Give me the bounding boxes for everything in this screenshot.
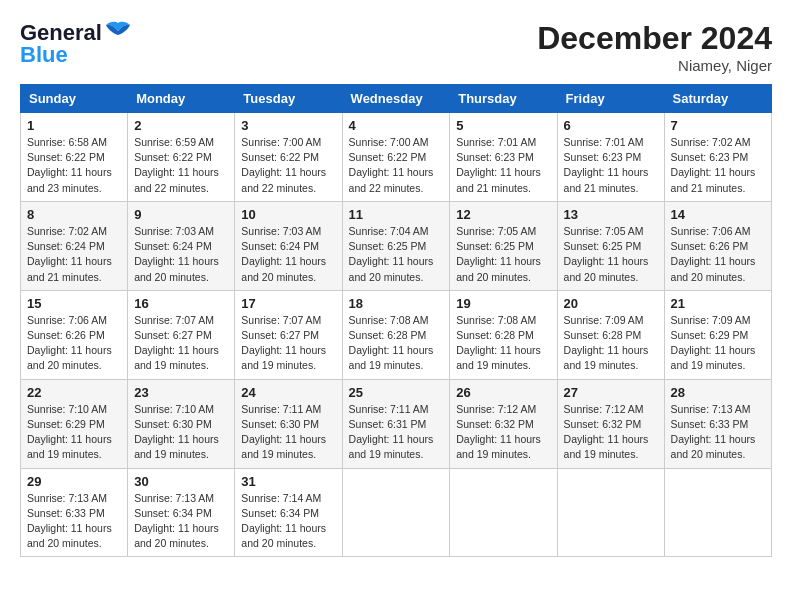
table-row: 6 Sunrise: 7:01 AMSunset: 6:23 PMDayligh… — [557, 113, 664, 202]
header-sunday: Sunday — [21, 85, 128, 113]
day-number: 21 — [671, 296, 765, 311]
day-info: Sunrise: 7:10 AMSunset: 6:29 PMDaylight:… — [27, 402, 121, 463]
day-info: Sunrise: 7:02 AMSunset: 6:24 PMDaylight:… — [27, 224, 121, 285]
day-info: Sunrise: 7:09 AMSunset: 6:29 PMDaylight:… — [671, 313, 765, 374]
day-info: Sunrise: 7:07 AMSunset: 6:27 PMDaylight:… — [241, 313, 335, 374]
logo: General Blue — [20, 20, 132, 68]
day-number: 6 — [564, 118, 658, 133]
day-number: 23 — [134, 385, 228, 400]
calendar-week-row: 8 Sunrise: 7:02 AMSunset: 6:24 PMDayligh… — [21, 201, 772, 290]
table-row: 21 Sunrise: 7:09 AMSunset: 6:29 PMDaylig… — [664, 290, 771, 379]
table-row — [342, 468, 450, 557]
table-row: 31 Sunrise: 7:14 AMSunset: 6:34 PMDaylig… — [235, 468, 342, 557]
day-number: 2 — [134, 118, 228, 133]
table-row: 27 Sunrise: 7:12 AMSunset: 6:32 PMDaylig… — [557, 379, 664, 468]
day-number: 22 — [27, 385, 121, 400]
table-row: 1 Sunrise: 6:58 AMSunset: 6:22 PMDayligh… — [21, 113, 128, 202]
table-row — [664, 468, 771, 557]
day-info: Sunrise: 7:04 AMSunset: 6:25 PMDaylight:… — [349, 224, 444, 285]
day-number: 4 — [349, 118, 444, 133]
day-number: 8 — [27, 207, 121, 222]
day-number: 7 — [671, 118, 765, 133]
day-info: Sunrise: 6:59 AMSunset: 6:22 PMDaylight:… — [134, 135, 228, 196]
day-number: 15 — [27, 296, 121, 311]
day-number: 10 — [241, 207, 335, 222]
day-info: Sunrise: 7:12 AMSunset: 6:32 PMDaylight:… — [456, 402, 550, 463]
day-number: 30 — [134, 474, 228, 489]
day-number: 14 — [671, 207, 765, 222]
table-row: 10 Sunrise: 7:03 AMSunset: 6:24 PMDaylig… — [235, 201, 342, 290]
header-saturday: Saturday — [664, 85, 771, 113]
table-row: 18 Sunrise: 7:08 AMSunset: 6:28 PMDaylig… — [342, 290, 450, 379]
table-row — [450, 468, 557, 557]
day-info: Sunrise: 7:03 AMSunset: 6:24 PMDaylight:… — [241, 224, 335, 285]
day-number: 9 — [134, 207, 228, 222]
day-info: Sunrise: 7:01 AMSunset: 6:23 PMDaylight:… — [456, 135, 550, 196]
header-monday: Monday — [128, 85, 235, 113]
day-number: 11 — [349, 207, 444, 222]
day-info: Sunrise: 7:08 AMSunset: 6:28 PMDaylight:… — [456, 313, 550, 374]
table-row: 4 Sunrise: 7:00 AMSunset: 6:22 PMDayligh… — [342, 113, 450, 202]
day-info: Sunrise: 7:07 AMSunset: 6:27 PMDaylight:… — [134, 313, 228, 374]
day-info: Sunrise: 7:06 AMSunset: 6:26 PMDaylight:… — [27, 313, 121, 374]
calendar-week-row: 15 Sunrise: 7:06 AMSunset: 6:26 PMDaylig… — [21, 290, 772, 379]
day-number: 3 — [241, 118, 335, 133]
day-number: 17 — [241, 296, 335, 311]
day-info: Sunrise: 7:01 AMSunset: 6:23 PMDaylight:… — [564, 135, 658, 196]
day-info: Sunrise: 7:05 AMSunset: 6:25 PMDaylight:… — [564, 224, 658, 285]
day-number: 26 — [456, 385, 550, 400]
day-number: 13 — [564, 207, 658, 222]
header-friday: Friday — [557, 85, 664, 113]
day-number: 12 — [456, 207, 550, 222]
header-thursday: Thursday — [450, 85, 557, 113]
table-row: 29 Sunrise: 7:13 AMSunset: 6:33 PMDaylig… — [21, 468, 128, 557]
table-row: 3 Sunrise: 7:00 AMSunset: 6:22 PMDayligh… — [235, 113, 342, 202]
day-number: 16 — [134, 296, 228, 311]
table-row: 12 Sunrise: 7:05 AMSunset: 6:25 PMDaylig… — [450, 201, 557, 290]
day-number: 18 — [349, 296, 444, 311]
page-header: General Blue December 2024 Niamey, Niger — [20, 20, 772, 74]
day-info: Sunrise: 6:58 AMSunset: 6:22 PMDaylight:… — [27, 135, 121, 196]
day-info: Sunrise: 7:00 AMSunset: 6:22 PMDaylight:… — [349, 135, 444, 196]
day-number: 29 — [27, 474, 121, 489]
month-title: December 2024 — [537, 20, 772, 57]
day-number: 1 — [27, 118, 121, 133]
calendar-week-row: 29 Sunrise: 7:13 AMSunset: 6:33 PMDaylig… — [21, 468, 772, 557]
calendar-header-row: Sunday Monday Tuesday Wednesday Thursday… — [21, 85, 772, 113]
day-info: Sunrise: 7:10 AMSunset: 6:30 PMDaylight:… — [134, 402, 228, 463]
calendar-table: Sunday Monday Tuesday Wednesday Thursday… — [20, 84, 772, 557]
header-tuesday: Tuesday — [235, 85, 342, 113]
day-info: Sunrise: 7:13 AMSunset: 6:33 PMDaylight:… — [27, 491, 121, 552]
day-info: Sunrise: 7:06 AMSunset: 6:26 PMDaylight:… — [671, 224, 765, 285]
table-row: 5 Sunrise: 7:01 AMSunset: 6:23 PMDayligh… — [450, 113, 557, 202]
day-number: 5 — [456, 118, 550, 133]
table-row: 24 Sunrise: 7:11 AMSunset: 6:30 PMDaylig… — [235, 379, 342, 468]
day-info: Sunrise: 7:05 AMSunset: 6:25 PMDaylight:… — [456, 224, 550, 285]
table-row: 13 Sunrise: 7:05 AMSunset: 6:25 PMDaylig… — [557, 201, 664, 290]
table-row — [557, 468, 664, 557]
day-info: Sunrise: 7:00 AMSunset: 6:22 PMDaylight:… — [241, 135, 335, 196]
day-number: 27 — [564, 385, 658, 400]
table-row: 26 Sunrise: 7:12 AMSunset: 6:32 PMDaylig… — [450, 379, 557, 468]
table-row: 28 Sunrise: 7:13 AMSunset: 6:33 PMDaylig… — [664, 379, 771, 468]
day-number: 24 — [241, 385, 335, 400]
title-block: December 2024 Niamey, Niger — [537, 20, 772, 74]
table-row: 17 Sunrise: 7:07 AMSunset: 6:27 PMDaylig… — [235, 290, 342, 379]
day-number: 28 — [671, 385, 765, 400]
day-info: Sunrise: 7:11 AMSunset: 6:31 PMDaylight:… — [349, 402, 444, 463]
day-info: Sunrise: 7:12 AMSunset: 6:32 PMDaylight:… — [564, 402, 658, 463]
day-info: Sunrise: 7:13 AMSunset: 6:34 PMDaylight:… — [134, 491, 228, 552]
day-info: Sunrise: 7:13 AMSunset: 6:33 PMDaylight:… — [671, 402, 765, 463]
table-row: 19 Sunrise: 7:08 AMSunset: 6:28 PMDaylig… — [450, 290, 557, 379]
logo-bird-icon — [104, 21, 132, 41]
table-row: 15 Sunrise: 7:06 AMSunset: 6:26 PMDaylig… — [21, 290, 128, 379]
table-row: 14 Sunrise: 7:06 AMSunset: 6:26 PMDaylig… — [664, 201, 771, 290]
day-info: Sunrise: 7:09 AMSunset: 6:28 PMDaylight:… — [564, 313, 658, 374]
day-number: 20 — [564, 296, 658, 311]
table-row: 11 Sunrise: 7:04 AMSunset: 6:25 PMDaylig… — [342, 201, 450, 290]
day-info: Sunrise: 7:02 AMSunset: 6:23 PMDaylight:… — [671, 135, 765, 196]
table-row: 30 Sunrise: 7:13 AMSunset: 6:34 PMDaylig… — [128, 468, 235, 557]
day-info: Sunrise: 7:03 AMSunset: 6:24 PMDaylight:… — [134, 224, 228, 285]
table-row: 22 Sunrise: 7:10 AMSunset: 6:29 PMDaylig… — [21, 379, 128, 468]
table-row: 7 Sunrise: 7:02 AMSunset: 6:23 PMDayligh… — [664, 113, 771, 202]
